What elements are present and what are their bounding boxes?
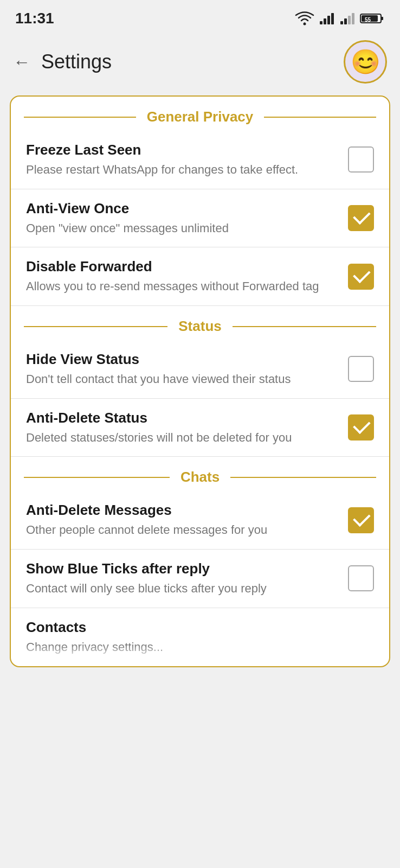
setting-desc-contacts: Change privacy settings... [26,639,374,655]
section-line-status-right [233,326,376,327]
setting-desc-show-blue-ticks: Contact will only see blue ticks after y… [26,580,337,597]
header-left: ← Settings [13,50,112,73]
setting-desc-disable-forwarded: Allows you to re-send messages without F… [26,278,337,295]
svg-rect-1 [320,21,322,24]
setting-anti-delete-messages: Anti-Delete Messages Other people cannot… [11,491,389,550]
checkbox-freeze-last-seen[interactable] [348,146,374,173]
section-title-general-privacy: General Privacy [143,108,258,125]
checkbox-anti-view-once[interactable] [348,205,374,231]
svg-rect-8 [352,13,354,24]
back-button[interactable]: ← [13,53,30,71]
section-general-privacy: General Privacy [11,97,389,131]
section-chats: Chats [11,457,389,491]
status-time: 11:31 [15,10,54,27]
setting-desc-freeze-last-seen: Please restart WhatsApp for changes to t… [26,162,337,178]
battery-icon: 55 [360,11,385,25]
signal-icon-2 [339,11,356,25]
setting-freeze-last-seen: Freeze Last Seen Please restart WhatsApp… [11,131,389,189]
setting-desc-anti-view-once: Open "view once" messages unlimited [26,220,337,237]
svg-rect-5 [340,21,343,24]
section-status: Status [11,306,389,340]
setting-title-anti-view-once: Anti-View Once [26,200,337,217]
section-line-left [24,117,136,118]
setting-title-anti-delete-status: Anti-Delete Status [26,410,337,426]
signal-icon-1 [319,11,335,25]
setting-show-blue-ticks: Show Blue Ticks after reply Contact will… [11,550,389,608]
setting-hide-view-status: Hide View Status Don't tell contact that… [11,340,389,399]
avatar[interactable]: 😊 [344,40,387,84]
setting-text-show-blue-ticks: Show Blue Ticks after reply Contact will… [26,560,348,597]
setting-disable-forwarded: Disable Forwarded Allows you to re-send … [11,247,389,306]
section-line-status-left [24,326,167,327]
page-title: Settings [41,50,112,73]
main-card: General Privacy Freeze Last Seen Please … [10,95,390,667]
section-line-chats-right [230,477,376,478]
setting-desc-hide-view-status: Don't tell contact that you have viewed … [26,371,337,387]
setting-text-freeze-last-seen: Freeze Last Seen Please restart WhatsApp… [26,142,348,178]
svg-point-0 [304,23,306,25]
avatar-emoji: 😊 [351,48,380,76]
setting-desc-anti-delete-messages: Other people cannot delete messages for … [26,522,337,538]
status-bar: 11:31 55 [0,0,400,33]
svg-rect-3 [327,16,330,24]
setting-text-anti-delete-status: Anti-Delete Status Deleted statuses/stor… [26,410,348,446]
section-line-chats-left [24,477,170,478]
svg-rect-7 [348,16,351,24]
setting-text-anti-delete-messages: Anti-Delete Messages Other people cannot… [26,502,348,538]
checkbox-disable-forwarded[interactable] [348,264,374,290]
setting-text-hide-view-status: Hide View Status Don't tell contact that… [26,351,348,387]
contacts-desc-truncated: Change privacy settings... [26,639,374,661]
checkbox-show-blue-ticks[interactable] [348,565,374,591]
section-line-right [264,117,376,118]
checkbox-anti-delete-status[interactable] [348,414,374,441]
setting-title-freeze-last-seen: Freeze Last Seen [26,142,337,158]
checkbox-anti-delete-messages[interactable] [348,507,374,533]
section-title-status: Status [174,318,225,335]
svg-rect-4 [331,13,334,24]
setting-title-contacts: Contacts [26,619,374,636]
setting-text-disable-forwarded: Disable Forwarded Allows you to re-send … [26,258,348,295]
setting-contacts-truncated: Contacts Change privacy settings... [11,608,389,666]
setting-title-anti-delete-messages: Anti-Delete Messages [26,502,337,519]
setting-title-disable-forwarded: Disable Forwarded [26,258,337,275]
status-icons: 55 [295,11,385,25]
section-title-chats: Chats [176,469,224,486]
setting-anti-view-once: Anti-View Once Open "view once" messages… [11,189,389,248]
setting-anti-delete-status: Anti-Delete Status Deleted statuses/stor… [11,399,389,457]
header: ← Settings 😊 [0,33,400,91]
setting-title-hide-view-status: Hide View Status [26,351,337,368]
setting-title-show-blue-ticks: Show Blue Ticks after reply [26,560,337,577]
checkbox-hide-view-status[interactable] [348,356,374,382]
wifi-icon [295,11,314,25]
setting-desc-anti-delete-status: Deleted statuses/stories will not be del… [26,430,337,446]
svg-text:55: 55 [365,17,371,23]
svg-rect-2 [324,18,326,24]
svg-rect-6 [344,18,347,24]
svg-rect-10 [381,17,383,20]
setting-text-anti-view-once: Anti-View Once Open "view once" messages… [26,200,348,237]
